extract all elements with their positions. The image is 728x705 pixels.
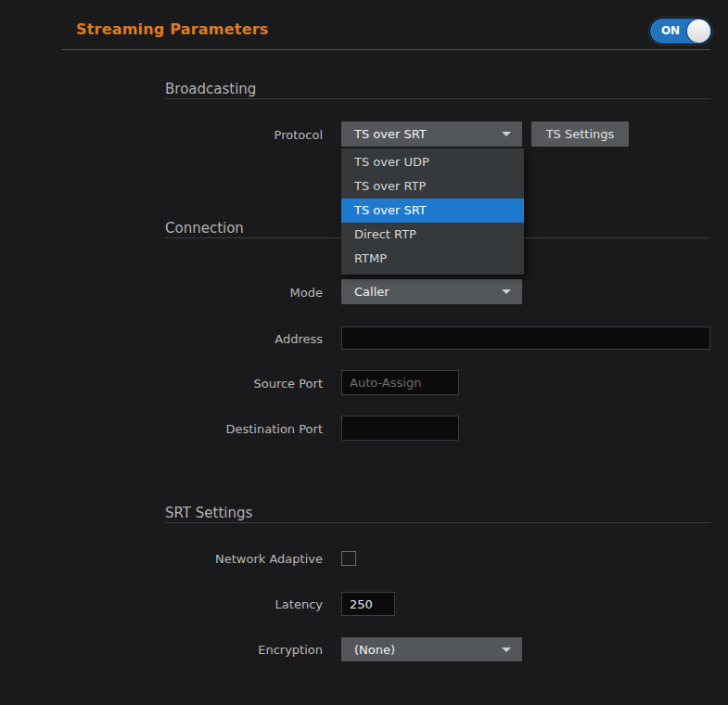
chevron-down-icon (502, 647, 511, 652)
section-title-srt-settings: SRT Settings (165, 505, 252, 521)
encryption-select-value: (None) (354, 643, 395, 657)
menu-item-direct-rtp[interactable]: Direct RTP (341, 223, 524, 247)
protocol-dropdown-menu: TS over UDP TS over RTP TS over SRT Dire… (341, 148, 524, 275)
header-divider (62, 49, 710, 50)
chevron-down-icon (502, 289, 511, 294)
mode-label: Mode (0, 286, 323, 300)
page-title: Streaming Parameters (76, 20, 269, 38)
section-title-broadcasting: Broadcasting (165, 81, 256, 97)
streaming-parameters-panel: Streaming Parameters ON Broadcasting Pro… (0, 0, 728, 705)
menu-item-ts-over-udp[interactable]: TS over UDP (341, 150, 524, 174)
protocol-label: Protocol (0, 128, 323, 142)
mode-select[interactable]: Caller (341, 279, 522, 304)
protocol-select[interactable]: TS over SRT (341, 122, 522, 147)
network-adaptive-label: Network Adaptive (0, 552, 323, 566)
section-divider-broadcasting (165, 98, 710, 99)
address-input[interactable] (341, 327, 710, 350)
toggle-on-label: ON (650, 19, 691, 44)
destination-port-label: Destination Port (0, 422, 323, 436)
mode-select-value: Caller (354, 285, 390, 299)
source-port-label: Source Port (0, 377, 323, 391)
section-title-connection: Connection (165, 220, 244, 237)
latency-input[interactable] (341, 592, 395, 616)
destination-port-input[interactable] (341, 416, 459, 441)
section-divider-srt-settings (165, 522, 710, 523)
protocol-select-value: TS over SRT (354, 127, 427, 141)
ts-settings-button[interactable]: TS Settings (531, 122, 629, 147)
menu-item-ts-over-rtp[interactable]: TS over RTP (341, 174, 524, 199)
menu-item-ts-over-srt[interactable]: TS over SRT (341, 199, 524, 223)
streaming-on-toggle[interactable]: ON (650, 19, 711, 44)
network-adaptive-checkbox[interactable] (341, 551, 356, 566)
menu-item-rtmp[interactable]: RTMP (341, 247, 524, 271)
source-port-input[interactable] (341, 370, 459, 395)
chevron-down-icon (502, 132, 511, 136)
encryption-label: Encryption (0, 643, 323, 657)
address-label: Address (0, 332, 323, 346)
encryption-select[interactable]: (None) (341, 637, 522, 661)
toggle-knob-icon (687, 19, 710, 43)
latency-label: Latency (0, 597, 323, 611)
